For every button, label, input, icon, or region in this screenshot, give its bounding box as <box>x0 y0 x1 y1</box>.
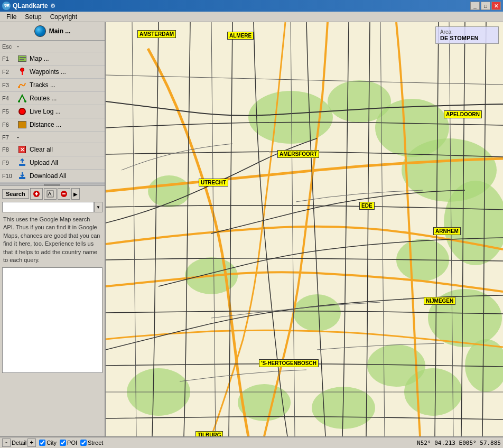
titlebar-left: 🗺 QLandkarte ⚙ <box>2 2 55 10</box>
poi-label: POI <box>67 440 77 446</box>
label-downloadall[interactable]: Download All <box>30 172 66 180</box>
livelog-icon <box>17 106 27 117</box>
search-section: Search <box>0 186 105 375</box>
statusbar: - Detail + City POI Street N52° 04.213 E… <box>0 436 503 448</box>
label-esc: - <box>17 43 19 50</box>
svg-point-0 <box>18 86 20 88</box>
download-icon <box>17 171 27 181</box>
detail-plus-button[interactable]: + <box>27 438 36 447</box>
coordinates-display: N52° 04.213 E005° 57.885 <box>417 440 501 446</box>
titlebar: 🗺 QLandkarte ⚙ _ □ ✕ <box>0 0 503 12</box>
label-routes[interactable]: Routes ... <box>30 95 57 102</box>
menu-file[interactable]: File <box>2 12 21 22</box>
menu-item-f7: F7 - <box>0 132 105 143</box>
svg-point-18 <box>428 289 502 347</box>
globe-icon <box>34 25 46 37</box>
poi-toggle[interactable]: POI <box>60 440 77 446</box>
label-distance[interactable]: Distance ... <box>30 121 61 128</box>
label-waypoints[interactable]: Waypoints ... <box>30 68 66 76</box>
search-delete-button[interactable] <box>58 188 70 200</box>
search-button[interactable]: Search <box>2 189 29 199</box>
label-map[interactable]: Map ... <box>30 55 49 62</box>
svg-point-15 <box>148 175 190 207</box>
route-icon <box>17 93 27 104</box>
detail-control: - Detail + <box>2 438 36 447</box>
app-icon: 🗺 <box>2 2 11 10</box>
sidebar-main-label: Main ... <box>49 27 71 35</box>
app-title: QLandkarte <box>13 2 48 10</box>
waypoint-icon <box>17 67 27 77</box>
menu-item-f6[interactable]: F6 Distance ... <box>0 118 105 132</box>
key-f7: F7 <box>2 134 17 141</box>
detail-minus-button[interactable]: - <box>2 438 11 447</box>
search-toolbar: Search <box>2 188 103 200</box>
key-f5: F5 <box>2 108 17 115</box>
key-f10: F10 <box>2 173 17 179</box>
map-svg <box>106 22 503 436</box>
menu-item-f1[interactable]: F1 Map ... <box>0 52 105 66</box>
menu-item-esc: Esc - <box>0 41 105 52</box>
minimize-button[interactable]: _ <box>470 2 480 10</box>
street-toggle[interactable]: Street <box>80 440 103 446</box>
svg-point-1 <box>18 100 20 102</box>
track-icon <box>17 80 27 90</box>
key-f4: F4 <box>2 95 17 101</box>
key-f6: F6 <box>2 122 17 128</box>
menu-setup[interactable]: Setup <box>21 12 45 22</box>
menu-copyright[interactable]: Copyright <box>46 12 81 22</box>
svg-point-17 <box>293 294 341 331</box>
search-edit-button[interactable] <box>44 188 57 200</box>
search-input[interactable] <box>2 202 94 212</box>
key-f3: F3 <box>2 82 17 88</box>
street-checkbox[interactable] <box>80 440 87 446</box>
svg-rect-4 <box>19 177 25 179</box>
map-area[interactable]: AMSTERDAM ALMERE APELDOORN AMERSFOORT UT… <box>106 22 503 436</box>
label-livelog[interactable]: Live Log ... <box>30 108 61 115</box>
search-input-row: ▼ <box>2 202 103 212</box>
key-f9: F9 <box>2 160 17 166</box>
menu-item-f2[interactable]: F2 Waypoints ... <box>0 66 105 79</box>
menu-item-f4[interactable]: F4 Routes ... <box>0 92 105 105</box>
poi-checkbox[interactable] <box>60 440 66 446</box>
detail-label: Detail <box>12 440 26 446</box>
key-f8: F8 <box>2 146 17 153</box>
map-icon <box>17 53 27 64</box>
key-f2: F2 <box>2 69 17 75</box>
distance-icon <box>17 119 27 130</box>
search-next-button[interactable]: ▶ <box>71 188 80 200</box>
label-tracks[interactable]: Tracks ... <box>30 81 55 89</box>
search-results <box>2 267 103 373</box>
sidebar: Main ... Esc - F1 Map ... F2 <box>0 22 106 436</box>
area-name: DE STOMPEN <box>440 35 494 41</box>
close-button[interactable]: ✕ <box>491 2 501 10</box>
label-clearall[interactable]: Clear all <box>30 146 53 153</box>
search-description: This uses the Google Map search API. Thu… <box>2 214 103 265</box>
area-overlay: Area: DE STOMPEN <box>435 26 499 44</box>
upload-icon <box>17 157 27 168</box>
svg-rect-3 <box>19 164 25 166</box>
menu-item-f3[interactable]: F3 Tracks ... <box>0 79 105 92</box>
titlebar-controls: _ □ ✕ <box>470 2 501 10</box>
menu-item-f9[interactable]: F9 Upload All <box>0 156 105 170</box>
menu-item-f8[interactable]: F8 ✕ Clear all <box>0 143 105 156</box>
search-dropdown-button[interactable]: ▼ <box>94 202 103 212</box>
maximize-button[interactable]: □ <box>481 2 490 10</box>
street-label: Street <box>88 440 103 446</box>
key-f1: F1 <box>2 55 17 62</box>
city-checkbox[interactable] <box>39 440 45 446</box>
titlebar-extra: ⚙ <box>50 3 55 10</box>
svg-point-2 <box>24 100 26 102</box>
label-f7: - <box>17 134 19 141</box>
label-uploadall[interactable]: Upload All <box>30 159 58 166</box>
city-label: City <box>46 440 57 446</box>
menu-item-f10[interactable]: F10 Download All <box>0 170 105 183</box>
area-label: Area: <box>440 29 494 35</box>
clear-icon: ✕ <box>17 144 27 155</box>
menu-item-f5[interactable]: F5 Live Log ... <box>0 105 105 118</box>
sidebar-header: Main ... <box>0 22 105 41</box>
key-esc: Esc <box>2 43 17 50</box>
main-layout: Main ... Esc - F1 Map ... F2 <box>0 22 503 436</box>
city-toggle[interactable]: City <box>39 440 57 446</box>
menubar: File Setup Copyright <box>0 12 503 22</box>
search-flag-button[interactable] <box>30 188 43 200</box>
